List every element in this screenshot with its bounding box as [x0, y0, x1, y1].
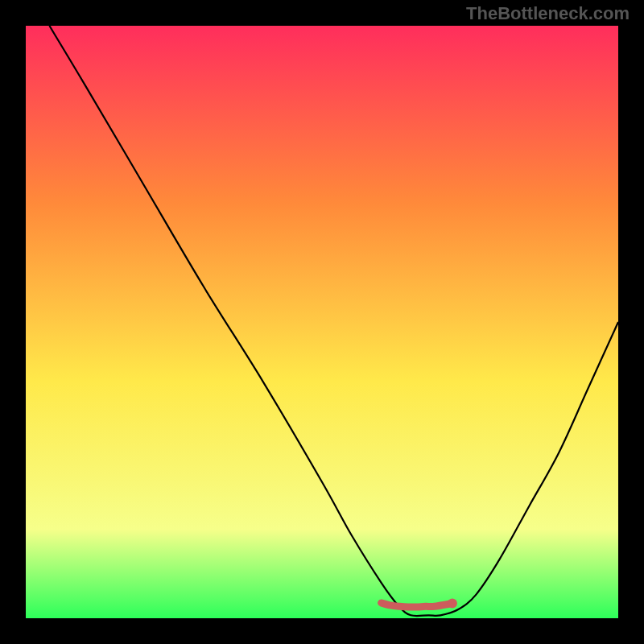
plot-area — [26, 26, 618, 618]
gradient-background — [26, 26, 618, 618]
chart-container: TheBottleneck.com — [0, 0, 644, 644]
watermark-text: TheBottleneck.com — [466, 3, 630, 24]
highlight-segment — [382, 603, 452, 607]
highlight-end-dot — [448, 599, 457, 609]
chart-svg — [26, 26, 618, 618]
